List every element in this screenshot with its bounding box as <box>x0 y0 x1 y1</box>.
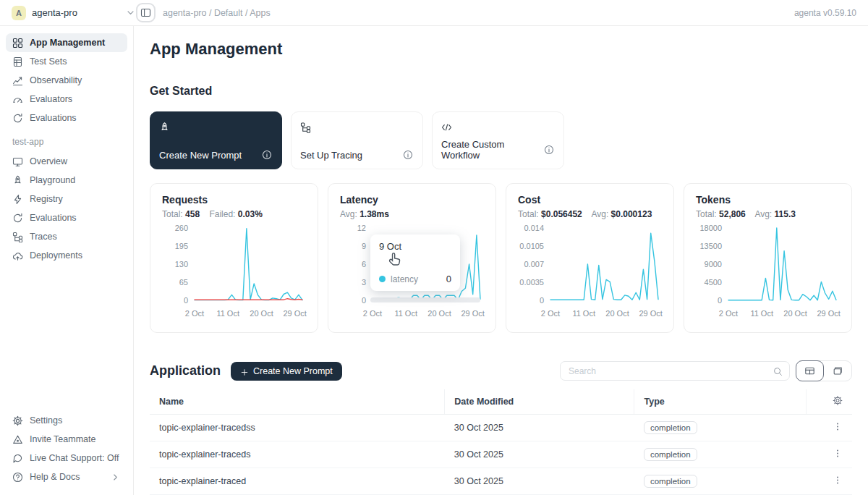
sidebar-item-label: Evaluators <box>30 93 72 105</box>
info-icon[interactable] <box>544 145 555 156</box>
sidebar-item-label: Evaluations <box>30 212 77 224</box>
table-settings-gear-icon[interactable] <box>833 395 843 405</box>
sidebar-item-label: Help & Docs <box>30 471 80 483</box>
svg-text:29 Oct: 29 Oct <box>283 309 306 318</box>
org-switcher[interactable]: A agenta-pro <box>12 6 136 20</box>
series-dot <box>379 276 386 282</box>
chart-title: Latency <box>340 194 484 206</box>
table-row[interactable]: topic-explainer-tracedss 30 Oct 2025 com… <box>150 415 852 441</box>
sidebar-item-registry[interactable]: Registry <box>6 190 127 208</box>
help-icon <box>12 472 23 483</box>
view-toggle <box>796 360 852 381</box>
card-view-icon <box>832 365 843 376</box>
tooltip-value: 0 <box>446 274 451 284</box>
chart-title: Cost <box>518 194 662 206</box>
svg-text:0.014: 0.014 <box>524 224 544 232</box>
main-content: App Management Get Started Create New Pr… <box>134 26 868 495</box>
sidebar-item-evaluators[interactable]: Evaluators <box>6 90 127 109</box>
sidebar-item-app-management[interactable]: App Management <box>6 33 127 52</box>
svg-text:9000: 9000 <box>705 260 722 268</box>
hand-cursor-icon <box>386 250 402 266</box>
requests-line-chart[interactable]: 2601951306502 Oct11 Oct20 Oct29 Oct <box>162 222 306 331</box>
sidebar-item-help-docs[interactable]: Help & Docs <box>6 468 127 486</box>
table-row[interactable]: topic-explainer-traced 30 Oct 2025 compl… <box>150 468 852 495</box>
sidebar-item-observability[interactable]: Observability <box>6 71 127 90</box>
info-icon[interactable] <box>262 150 273 161</box>
chart-stats: Total: 52,806 Avg: 115.3 <box>696 209 840 219</box>
svg-text:0: 0 <box>184 296 188 305</box>
evaluations-icon <box>12 213 23 224</box>
org-name: agenta-pro <box>32 7 125 18</box>
evaluators-icon <box>12 94 23 105</box>
table-row[interactable]: topic-explainer-traceds 30 Oct 2025 comp… <box>150 441 852 468</box>
chart-title: Requests <box>162 194 306 206</box>
sidebar-item-app-evaluations[interactable]: Evaluations <box>6 208 127 227</box>
info-icon[interactable] <box>403 150 414 161</box>
svg-text:2 Oct: 2 Oct <box>363 309 382 318</box>
tokens-line-chart[interactable]: 18000135009000450002 Oct11 Oct20 Oct29 O… <box>696 222 840 331</box>
plus-icon <box>240 367 249 376</box>
svg-text:11 Oct: 11 Oct <box>394 309 417 318</box>
card-view-button[interactable] <box>823 361 851 381</box>
app-date: 30 Oct 2025 <box>445 468 634 495</box>
svg-text:11 Oct: 11 Oct <box>572 309 595 318</box>
sidebar-item-test-sets[interactable]: Test Sets <box>6 52 127 71</box>
sidebar-item-playground[interactable]: Playground <box>6 171 127 190</box>
create-new-prompt-button[interactable]: Create New Prompt <box>231 362 342 381</box>
chart-title: Tokens <box>696 194 840 206</box>
panel-left-icon <box>140 7 151 18</box>
app-name: topic-explainer-traced <box>150 468 445 495</box>
type-badge: completion <box>644 421 697 434</box>
sidebar-item-invite-teammate[interactable]: Invite Teammate <box>6 430 127 449</box>
row-menu-icon[interactable] <box>833 475 843 485</box>
metrics-charts: Requests Total: 458 Failed: 0.03% 260195… <box>150 183 852 333</box>
latency-chart-card: Latency Avg: 1.38ms 1296302 Oct11 Oct20 … <box>328 183 496 333</box>
row-menu-icon[interactable] <box>833 448 843 458</box>
app-date: 30 Oct 2025 <box>445 441 634 468</box>
org-avatar: A <box>12 6 26 20</box>
column-header-date-modified[interactable]: Date Modified <box>445 389 634 415</box>
svg-text:195: 195 <box>175 242 188 250</box>
sidebar-item-evaluations[interactable]: Evaluations <box>6 109 127 127</box>
search-icon[interactable] <box>773 366 783 376</box>
column-header-name[interactable]: Name <box>150 389 445 415</box>
table-view-button[interactable] <box>796 360 824 381</box>
svg-text:20 Oct: 20 Oct <box>250 309 273 318</box>
requests-chart-card: Requests Total: 458 Failed: 0.03% 260195… <box>150 183 318 333</box>
sidebar-item-overview[interactable]: Overview <box>6 152 127 171</box>
search-input[interactable] <box>567 365 773 377</box>
app-date: 30 Oct 2025 <box>445 415 634 441</box>
svg-text:0.0105: 0.0105 <box>519 242 544 250</box>
sidebar-item-label: App Management <box>30 37 105 48</box>
gear-icon <box>12 415 23 426</box>
registry-icon <box>12 194 23 205</box>
set-up-tracing-card[interactable]: Set Up Tracing <box>291 111 423 169</box>
sidebar-item-deployments[interactable]: Deployments <box>6 246 127 265</box>
create-custom-workflow-card[interactable]: Create Custom Workflow <box>432 111 564 169</box>
svg-text:0: 0 <box>718 296 722 305</box>
sidebar-item-label: Traces <box>30 231 57 242</box>
svg-text:0: 0 <box>362 296 366 305</box>
page-title: App Management <box>150 39 852 59</box>
row-menu-icon[interactable] <box>833 421 843 431</box>
chevron-right-icon <box>110 472 121 483</box>
svg-text:2 Oct: 2 Oct <box>185 309 204 318</box>
svg-text:0: 0 <box>540 296 544 305</box>
create-new-prompt-card[interactable]: Create New Prompt <box>150 111 282 169</box>
type-badge: completion <box>644 475 697 488</box>
svg-text:13500: 13500 <box>699 242 722 250</box>
cost-line-chart[interactable]: 0.0140.01050.0070.003502 Oct11 Oct20 Oct… <box>518 222 662 331</box>
application-header: Application Create New Prompt <box>150 360 852 381</box>
sidebar-item-settings[interactable]: Settings <box>6 411 127 430</box>
topbar: A agenta-pro agenta-pro / Default / Apps… <box>0 0 868 26</box>
app-name: topic-explainer-tracedss <box>150 415 445 441</box>
test-sets-icon <box>12 56 23 67</box>
playground-icon <box>12 175 23 186</box>
sidebar-toggle-button[interactable] <box>136 3 156 22</box>
column-header-type[interactable]: Type <box>634 389 807 415</box>
sidebar-item-live-chat[interactable]: Live Chat Support: Off <box>6 449 127 468</box>
breadcrumb[interactable]: agenta-pro / Default / Apps <box>163 8 271 18</box>
sidebar-item-traces[interactable]: Traces <box>6 227 127 246</box>
svg-text:20 Oct: 20 Oct <box>605 309 629 318</box>
svg-text:29 Oct: 29 Oct <box>817 309 840 318</box>
